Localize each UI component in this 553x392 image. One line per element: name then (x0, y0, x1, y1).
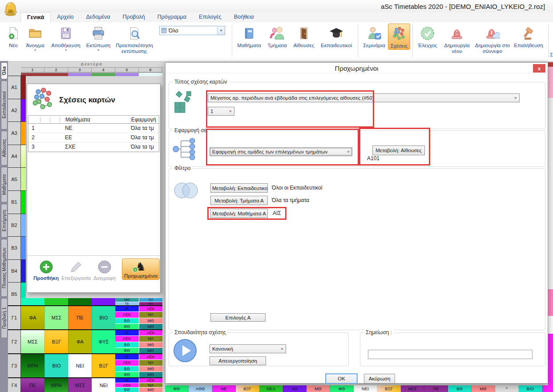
apply-to-select[interactable]: Εφαρμογή στις ομάδες των επιλεγμένων τμη… (210, 147, 352, 156)
school-button[interactable]: Σχολείο (551, 24, 553, 49)
view-select[interactable]: Όλο ▾ (159, 26, 225, 35)
lesson-card-small[interactable]: ΜΘ (472, 385, 495, 392)
lesson-card-small[interactable]: ΦΘ (115, 348, 139, 353)
lesson-card-small[interactable]: ΜΘ (139, 324, 163, 329)
teachers-button[interactable]: Εκπαιδευτικοί (317, 24, 355, 49)
menu-help[interactable]: Βοήθεια (228, 12, 260, 22)
lesson-card-small[interactable]: ΑΕΚ (115, 360, 139, 365)
lesson-card-small[interactable]: ΜΣΣ (401, 385, 424, 392)
lesson-card-small[interactable]: ΒΘ (448, 385, 472, 392)
disable-button[interactable]: Απενεργοποίηση (210, 356, 266, 365)
lesson-card[interactable]: ΦΥΣ (92, 330, 115, 353)
note-input[interactable] (368, 350, 533, 359)
view-select-dropdown-icon[interactable]: ▾ (217, 26, 225, 35)
relations-table-row[interactable]: 1 ΝΕ Όλα τα τμ (28, 124, 159, 133)
lesson-card-small[interactable]: ΜΘ (139, 388, 163, 392)
lesson-card[interactable] (44, 298, 68, 305)
lesson-card-small[interactable]: ΙΚ (115, 330, 139, 335)
ok-button[interactable]: OK (326, 374, 357, 384)
lesson-card-small[interactable]: ΠΕ (424, 385, 448, 392)
lesson-card-small[interactable]: ΝΛ (139, 312, 163, 317)
delete-relation-button[interactable]: Διαγραφή (93, 259, 116, 281)
edit-relation-button[interactable]: Επεξεργασία (61, 259, 91, 281)
menu-data[interactable]: Δεδομένα (80, 12, 116, 22)
lesson-card[interactable]: ΦΑ (21, 306, 44, 329)
sidebar-tab-supervision[interactable]: Επιτήρηση (1, 204, 8, 238)
change-classes-button[interactable]: Μεταβολή: Τμήματα Α (210, 196, 268, 205)
lesson-card-small[interactable]: ΒΞΓ (236, 385, 259, 392)
lesson-card-small[interactable]: ΑΕΚ (139, 354, 163, 360)
lesson-card-small[interactable]: ΦΘ (165, 385, 189, 392)
lesson-card-small[interactable]: ΑΕΚ (115, 383, 139, 388)
lesson-card-small[interactable]: ΑΕΚ (139, 330, 163, 335)
lesson-card[interactable]: ΘΡΗ (44, 378, 68, 392)
relation-type-select[interactable]: Μέγιστος αρ. περιόδων ανά εβδομάδα στις … (208, 93, 520, 102)
menu-options[interactable]: Επιλογές (193, 12, 228, 22)
lesson-card-small[interactable]: ΜΘ (115, 298, 139, 302)
lesson-card-small[interactable]: ΤΕ (115, 302, 139, 306)
lesson-card-small[interactable]: ΝΛ (139, 360, 163, 365)
print-button[interactable]: Εκτύπωση ▾ (84, 24, 113, 53)
lesson-card[interactable]: ΜΣΣ (44, 306, 68, 329)
menu-general[interactable]: Γενικά (20, 12, 51, 22)
lesson-card-small[interactable]: ΜΘ (139, 342, 163, 348)
lesson-card[interactable]: ΒΞΓ (92, 354, 115, 377)
lesson-card-small[interactable]: ΝΛ (139, 336, 163, 341)
lesson-card-small[interactable]: ΧΘ (139, 298, 163, 302)
dialog-close-button[interactable]: x (533, 64, 545, 73)
add-relation-button[interactable]: Προσθήκη (33, 259, 59, 281)
lesson-card[interactable]: ΘΡΗ (21, 354, 44, 377)
lesson-card[interactable]: ΝΕΙ (92, 378, 115, 392)
lesson-card-small[interactable]: ΦΘ (115, 324, 139, 329)
lesson-card[interactable]: ΠΕ (21, 378, 44, 392)
lesson-card-small[interactable]: ΜΘ (139, 366, 163, 372)
lesson-card-small[interactable]: ΜΘ (139, 348, 163, 353)
sidebar-tab-teachers[interactable]: Εκπαιδευτικοί (1, 81, 8, 129)
lesson-card-small[interactable]: ΙΚ (115, 354, 139, 360)
importance-select[interactable]: Κανονική ∨ (210, 344, 286, 353)
rooms-button[interactable]: Αίθουσες (291, 24, 317, 49)
menu-file[interactable]: Αρχείο (51, 12, 80, 22)
lesson-card[interactable] (21, 298, 44, 305)
lesson-card-small[interactable]: ΑΕΚ (139, 306, 163, 311)
dropdown-arrow-icon[interactable]: ▾ (65, 48, 67, 52)
save-button[interactable]: Αποθήκευση ▾ (48, 24, 84, 53)
lesson-card-small[interactable]: ΒΙΟ (519, 385, 542, 392)
lesson-card[interactable]: ΒΙΟ (44, 354, 68, 377)
sidebar-tab-all[interactable]: Όλα (1, 62, 8, 79)
lesson-card-small[interactable]: ΜΘ (139, 372, 163, 377)
lesson-card[interactable]: ΦΑ (68, 330, 92, 353)
classes-button[interactable]: Τμήματα (264, 24, 291, 49)
advanced-button[interactable]: ♞+ Προχωρημένοι (122, 259, 160, 280)
column-subjects[interactable]: Μαθήματα (60, 117, 131, 122)
lesson-card-small[interactable]: ΦΘ (115, 372, 139, 377)
subjects-button[interactable]: Μαθήματα (234, 24, 264, 49)
lesson-card[interactable] (92, 298, 115, 305)
cancel-button[interactable]: Ακύρωση (364, 374, 395, 384)
change-subjects-button[interactable]: Μεταβολή: Μαθήματα Α (210, 209, 268, 218)
lesson-card[interactable]: ΒΙΟ (92, 306, 115, 329)
sidebar-tab-view1[interactable]: Προβολή 1 (1, 298, 8, 338)
lesson-card[interactable] (68, 298, 92, 305)
check-button[interactable]: Έλεγχος (415, 24, 440, 49)
relations-table-row[interactable]: 2 ΕΕ Όλα τα τμ (28, 133, 159, 142)
sidebar-tab-subject-table[interactable]: Πίνακας Μαθημάτων (1, 239, 8, 297)
dropdown-arrow-icon[interactable]: ▾ (97, 48, 99, 52)
open-button[interactable]: Άνοιγμα ▾ (22, 24, 48, 53)
print-preview-button[interactable]: Προεπισκόπηση εκτύπωσης (113, 24, 156, 55)
menu-schedule[interactable]: Πρόγραμμα (151, 12, 193, 22)
column-apply[interactable]: Εφαρμογή (131, 117, 159, 122)
lesson-card-small[interactable]: ΦΘ (330, 385, 354, 392)
lesson-card-small[interactable]: ΜΘ (139, 318, 163, 323)
lesson-card-small[interactable]: ΑΘΘ (189, 385, 212, 392)
relations-button[interactable]: Σχέσεις (388, 24, 410, 50)
verify-button[interactable]: Επαλήθευση (511, 24, 546, 49)
lesson-card-small[interactable]: ΑΕΚ (139, 378, 163, 383)
lesson-card-small[interactable]: ΒΘ (115, 318, 139, 323)
lesson-card-small[interactable]: ΝΛ (139, 383, 163, 388)
lesson-card-small[interactable]: ΧΘ (283, 385, 307, 392)
lesson-card-small[interactable]: ΒΘ (115, 388, 139, 392)
lesson-card-small[interactable]: ΙΚ (115, 306, 139, 311)
generate-new-button[interactable]: Δημιουργία νέου (440, 24, 474, 55)
lesson-card-small[interactable]: ΒΘ (115, 342, 139, 348)
